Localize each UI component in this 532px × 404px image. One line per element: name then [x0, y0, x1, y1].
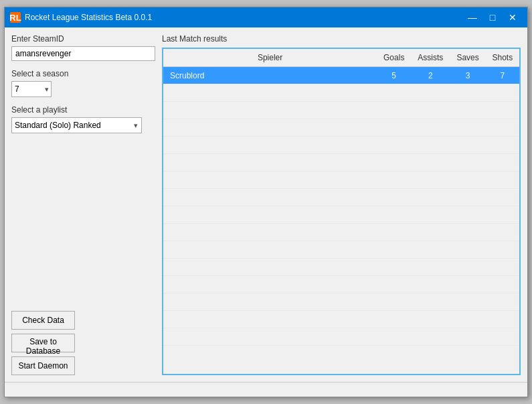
- cell-saves: [450, 311, 485, 328]
- window-title: Rocket League Statistics Beta 0.0.1: [25, 13, 152, 22]
- cell-assists: 2: [411, 67, 450, 84]
- table-body: Scrublord5237: [163, 67, 519, 346]
- cell-goals: [377, 189, 411, 206]
- close-button[interactable]: ✕: [503, 11, 522, 24]
- cell-assists: [411, 137, 450, 154]
- cell-player-name: [163, 293, 377, 311]
- table-row[interactable]: [163, 137, 519, 154]
- start-daemon-button[interactable]: Start Daemon: [11, 356, 75, 375]
- cell-goals: [377, 276, 411, 293]
- cell-shots: [486, 276, 519, 293]
- cell-player-name: [163, 328, 377, 346]
- table-row[interactable]: [163, 102, 519, 119]
- table-row[interactable]: [163, 276, 519, 293]
- cell-shots: 7: [486, 67, 519, 84]
- cell-shots: [486, 311, 519, 328]
- cell-player-name: Scrublord: [163, 67, 377, 84]
- season-label: Select a season: [11, 69, 155, 78]
- table-row[interactable]: [163, 241, 519, 259]
- table-row[interactable]: [163, 224, 519, 241]
- header-row: Spieler Goals Assists Saves Shots: [163, 49, 519, 67]
- table-row[interactable]: [163, 172, 519, 189]
- cell-goals: [377, 206, 411, 224]
- cell-goals: [377, 154, 411, 172]
- cell-player-name: [163, 189, 377, 206]
- right-panel: Last Match results Spieler Goals Assists…: [162, 34, 521, 375]
- table-row[interactable]: [163, 119, 519, 137]
- cell-goals: 5: [377, 67, 411, 84]
- maximize-button[interactable]: □: [483, 11, 502, 24]
- playlist-select[interactable]: Standard (Solo) Ranked Standard Ranked D…: [11, 117, 142, 133]
- spacer: [11, 144, 155, 311]
- content-area: Enter SteamID Select a season 7 1 2 3 4 …: [5, 27, 527, 382]
- cell-player-name: [163, 172, 377, 189]
- results-table-container: Spieler Goals Assists Saves Shots Scrubl…: [162, 48, 521, 375]
- cell-player-name: [163, 137, 377, 154]
- cell-assists: [411, 259, 450, 276]
- table-row[interactable]: [163, 311, 519, 328]
- cell-assists: [411, 224, 450, 241]
- cell-player-name: [163, 224, 377, 241]
- cell-saves: [450, 172, 485, 189]
- table-row[interactable]: [163, 328, 519, 346]
- table-row[interactable]: [163, 206, 519, 224]
- cell-saves: [450, 154, 485, 172]
- cell-saves: [450, 189, 485, 206]
- cell-shots: [486, 293, 519, 311]
- cell-assists: [411, 172, 450, 189]
- cell-shots: [486, 84, 519, 102]
- col-goals: Goals: [377, 49, 411, 67]
- title-bar-left: RL Rocket League Statistics Beta 0.0.1: [10, 12, 152, 23]
- cell-player-name: [163, 154, 377, 172]
- check-data-button[interactable]: Check Data: [11, 311, 75, 330]
- playlist-select-wrapper: Standard (Solo) Ranked Standard Ranked D…: [11, 117, 142, 133]
- cell-shots: [486, 154, 519, 172]
- cell-player-name: [163, 311, 377, 328]
- cell-assists: [411, 328, 450, 346]
- playlist-label: Select a playlist: [11, 105, 155, 115]
- cell-shots: [486, 224, 519, 241]
- steam-id-label: Enter SteamID: [11, 34, 155, 44]
- table-row[interactable]: [163, 189, 519, 206]
- cell-shots: [486, 189, 519, 206]
- table-row[interactable]: [163, 84, 519, 102]
- col-assists: Assists: [411, 49, 450, 67]
- cell-goals: [377, 137, 411, 154]
- status-bar: [5, 382, 527, 397]
- cell-shots: [486, 119, 519, 137]
- minimize-button[interactable]: —: [463, 11, 482, 24]
- cell-goals: [377, 172, 411, 189]
- cell-saves: [450, 241, 485, 259]
- cell-shots: [486, 137, 519, 154]
- cell-player-name: [163, 84, 377, 102]
- playlist-select-wrap: Standard (Solo) Ranked Standard Ranked D…: [11, 117, 155, 133]
- cell-goals: [377, 259, 411, 276]
- cell-goals: [377, 224, 411, 241]
- cell-assists: [411, 311, 450, 328]
- cell-saves: [450, 84, 485, 102]
- save-to-database-button[interactable]: Save to Database: [11, 334, 75, 352]
- table-header: Spieler Goals Assists Saves Shots: [163, 49, 519, 67]
- cell-shots: [486, 102, 519, 119]
- cell-shots: [486, 206, 519, 224]
- steam-id-input[interactable]: [11, 46, 155, 61]
- results-label: Last Match results: [162, 34, 521, 44]
- season-select[interactable]: 7 1 2 3 4 5 6 8: [11, 81, 52, 97]
- season-select-wrapper: 7 1 2 3 4 5 6 8: [11, 81, 52, 97]
- col-saves: Saves: [450, 49, 485, 67]
- table-row[interactable]: Scrublord5237: [163, 67, 519, 84]
- app-icon: RL: [10, 12, 21, 23]
- table-row[interactable]: [163, 259, 519, 276]
- cell-player-name: [163, 102, 377, 119]
- cell-shots: [486, 328, 519, 346]
- col-spieler: Spieler: [163, 49, 377, 67]
- cell-saves: [450, 328, 485, 346]
- table-row[interactable]: [163, 293, 519, 311]
- table-row[interactable]: [163, 154, 519, 172]
- cell-assists: [411, 276, 450, 293]
- cell-assists: [411, 102, 450, 119]
- buttons-section: Check Data Save to Database Start Daemon: [11, 311, 155, 375]
- cell-saves: [450, 224, 485, 241]
- cell-assists: [411, 206, 450, 224]
- cell-goals: [377, 84, 411, 102]
